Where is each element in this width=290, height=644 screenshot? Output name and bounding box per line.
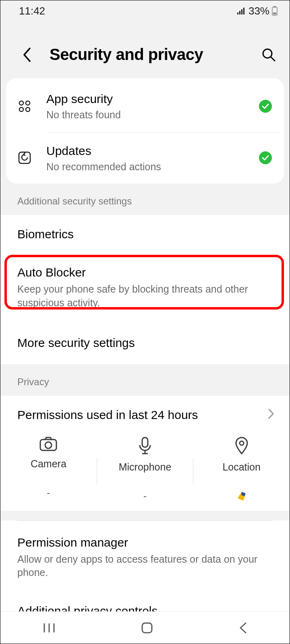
svg-point-10: [26, 101, 30, 105]
perm-microphone-label: Microphone: [119, 461, 172, 473]
camera-icon: [39, 436, 58, 453]
back-button[interactable]: [18, 46, 36, 64]
chevron-right-icon: [268, 408, 274, 421]
search-button[interactable]: [260, 46, 278, 64]
item-more-security[interactable]: More security settings: [0, 321, 290, 364]
system-nav-bar: [0, 611, 290, 644]
section-additional-security: Additional security settings: [0, 184, 290, 215]
microphone-icon: [138, 436, 152, 456]
item-permissions-used[interactable]: Permissions used in last 24 hours: [0, 396, 290, 432]
page-title: Security and privacy: [50, 45, 246, 64]
chevron-left-icon: [23, 47, 31, 62]
svg-line-8: [271, 57, 275, 61]
app-security-title: App security: [46, 91, 249, 107]
item-auto-blocker-sub: Keep your phone safe by blocking threats…: [17, 283, 273, 310]
svg-point-7: [263, 49, 272, 58]
battery-text: 33%: [249, 5, 269, 17]
svg-point-9: [19, 101, 23, 105]
updates-sub: No recommended actions: [46, 160, 249, 173]
updates-title: Updates: [46, 143, 249, 159]
perm-location-label: Location: [222, 461, 261, 473]
perm-camera-label: Camera: [31, 458, 66, 470]
status-ok-icon: [259, 151, 272, 164]
perm-camera[interactable]: Camera -: [0, 436, 97, 503]
battery-icon: [272, 6, 278, 16]
status-ok-icon: [259, 100, 272, 113]
location-icon: [234, 436, 249, 456]
perm-microphone-value: -: [143, 489, 147, 503]
updates-icon: [12, 151, 37, 165]
security-status-card: App security No threats found Updates No…: [6, 78, 284, 184]
item-auto-blocker[interactable]: Auto Blocker Keep your phone safe by blo…: [0, 253, 290, 321]
svg-point-19: [240, 441, 244, 445]
permission-manager-title: Permission manager: [17, 535, 273, 550]
nav-home-button[interactable]: [141, 621, 153, 634]
svg-rect-16: [142, 438, 148, 447]
permissions-used-title: Permissions used in last 24 hours: [17, 407, 198, 423]
nav-recents-button[interactable]: [43, 622, 56, 634]
item-biometrics-title: Biometrics: [17, 226, 273, 242]
svg-rect-0: [237, 12, 238, 14]
item-more-security-title: More security settings: [17, 335, 273, 351]
status-bar: 11:42 33%: [0, 0, 290, 21]
updates-row[interactable]: Updates No recommended actions: [6, 132, 284, 184]
app-security-row[interactable]: App security No threats found: [6, 80, 284, 132]
permission-manager-sub: Allow or deny apps to access features or…: [17, 553, 273, 580]
svg-rect-1: [239, 11, 240, 14]
app-icon: [236, 490, 247, 502]
svg-point-12: [26, 107, 30, 111]
svg-point-11: [19, 107, 23, 111]
perm-location[interactable]: Location: [193, 436, 290, 503]
perm-location-value: [236, 489, 247, 503]
item-permission-manager[interactable]: Permission manager Allow or deny apps to…: [0, 521, 290, 591]
item-auto-blocker-title: Auto Blocker: [17, 264, 273, 280]
permissions-grid: Camera - Microphone - Location: [0, 432, 290, 511]
page-header: Security and privacy: [0, 21, 290, 78]
svg-rect-3: [243, 8, 244, 14]
svg-rect-25: [142, 623, 152, 633]
perm-microphone[interactable]: Microphone -: [97, 436, 193, 503]
status-right: 33%: [237, 5, 278, 17]
svg-rect-6: [273, 12, 276, 14]
app-security-sub: No threats found: [46, 108, 249, 122]
search-icon: [261, 47, 276, 62]
item-biometrics[interactable]: Biometrics: [0, 215, 290, 253]
svg-rect-2: [241, 9, 242, 14]
svg-point-15: [45, 442, 52, 448]
signal-icon: [237, 7, 246, 14]
status-time: 11:42: [19, 5, 45, 17]
nav-back-button[interactable]: [238, 621, 247, 634]
perm-camera-value: -: [47, 486, 50, 500]
section-privacy: Privacy: [0, 364, 290, 396]
apps-icon: [12, 99, 37, 114]
